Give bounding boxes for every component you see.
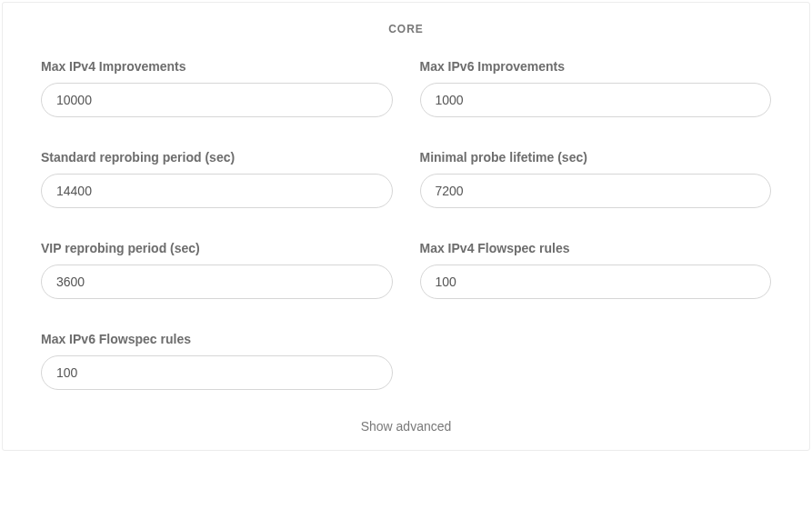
label-min-probe-lifetime: Minimal probe lifetime (sec) [420, 150, 772, 165]
input-max-ipv4-improvements[interactable] [41, 83, 393, 117]
core-settings-panel: CORE Max IPv4 Improvements Max IPv6 Impr… [2, 2, 810, 451]
show-advanced-link[interactable]: Show advanced [3, 414, 809, 434]
field-max-ipv6-flowspec-rules: Max IPv6 Flowspec rules [41, 332, 393, 390]
field-vip-reprobing-period: VIP reprobing period (sec) [41, 241, 393, 299]
form-grid: Max IPv4 Improvements Max IPv6 Improveme… [3, 46, 809, 414]
input-vip-reprobing-period[interactable] [41, 264, 393, 299]
input-std-reprobing-period[interactable] [41, 174, 393, 208]
label-max-ipv6-flowspec-rules: Max IPv6 Flowspec rules [41, 332, 393, 346]
field-max-ipv4-flowspec-rules: Max IPv4 Flowspec rules [420, 241, 772, 299]
field-max-ipv6-improvements: Max IPv6 Improvements [420, 59, 772, 117]
input-max-ipv6-flowspec-rules[interactable] [41, 355, 393, 390]
input-max-ipv4-flowspec-rules[interactable] [420, 264, 772, 299]
label-std-reprobing-period: Standard reprobing period (sec) [41, 150, 393, 165]
section-title: CORE [3, 3, 809, 46]
label-max-ipv4-improvements: Max IPv4 Improvements [41, 59, 393, 74]
label-max-ipv6-improvements: Max IPv6 Improvements [420, 59, 772, 74]
label-max-ipv4-flowspec-rules: Max IPv4 Flowspec rules [420, 241, 772, 255]
field-std-reprobing-period: Standard reprobing period (sec) [41, 150, 393, 208]
input-max-ipv6-improvements[interactable] [420, 83, 772, 117]
label-vip-reprobing-period: VIP reprobing period (sec) [41, 241, 393, 255]
input-min-probe-lifetime[interactable] [420, 174, 772, 208]
field-min-probe-lifetime: Minimal probe lifetime (sec) [420, 150, 772, 208]
field-max-ipv4-improvements: Max IPv4 Improvements [41, 59, 393, 117]
